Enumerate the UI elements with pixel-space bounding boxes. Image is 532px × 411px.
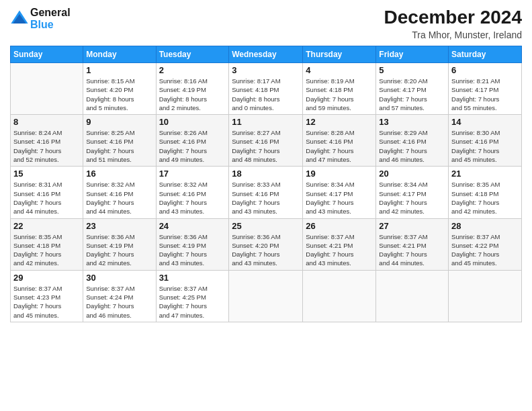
calendar-cell: 1Sunrise: 8:15 AM Sunset: 4:20 PM Daylig… [83,63,156,115]
logo: General Blue [10,7,71,31]
calendar-cell: 27Sunrise: 8:37 AM Sunset: 4:21 PM Dayli… [376,218,449,270]
day-number: 12 [306,117,373,127]
calendar-cell: 31Sunrise: 8:37 AM Sunset: 4:25 PM Dayli… [156,270,229,322]
header-cell-thursday: Thursday [303,46,376,63]
day-number: 19 [306,169,373,179]
day-number: 26 [306,221,373,231]
week-row-2: 8Sunrise: 8:24 AM Sunset: 4:16 PM Daylig… [11,115,522,167]
day-number: 18 [232,169,300,179]
day-number: 23 [86,221,152,231]
day-info: Sunrise: 8:21 AM Sunset: 4:17 PM Dayligh… [451,77,519,112]
calendar-cell: 13Sunrise: 8:29 AM Sunset: 4:16 PM Dayli… [376,115,449,167]
logo-text: General Blue [30,7,71,31]
day-info: Sunrise: 8:37 AM Sunset: 4:23 PM Dayligh… [13,284,80,320]
day-info: Sunrise: 8:20 AM Sunset: 4:17 PM Dayligh… [379,77,445,112]
subtitle: Tra Mhor, Munster, Ireland [384,30,522,40]
day-info: Sunrise: 8:37 AM Sunset: 4:24 PM Dayligh… [86,284,152,320]
calendar-cell: 11Sunrise: 8:27 AM Sunset: 4:16 PM Dayli… [229,115,303,167]
header-cell-saturday: Saturday [449,46,522,63]
day-info: Sunrise: 8:37 AM Sunset: 4:21 PM Dayligh… [306,232,373,268]
title-block: December 2024 Tra Mhor, Munster, Ireland [384,7,522,40]
calendar-cell [376,270,449,322]
day-info: Sunrise: 8:35 AM Sunset: 4:18 PM Dayligh… [13,232,80,268]
week-row-1: 1Sunrise: 8:15 AM Sunset: 4:20 PM Daylig… [11,63,522,115]
calendar-cell [449,270,522,322]
day-info: Sunrise: 8:36 AM Sunset: 4:20 PM Dayligh… [232,232,300,268]
calendar-cell: 30Sunrise: 8:37 AM Sunset: 4:24 PM Dayli… [83,270,156,322]
week-row-4: 22Sunrise: 8:35 AM Sunset: 4:18 PM Dayli… [11,218,522,270]
calendar-cell: 17Sunrise: 8:32 AM Sunset: 4:16 PM Dayli… [156,167,229,218]
day-info: Sunrise: 8:34 AM Sunset: 4:17 PM Dayligh… [379,180,445,216]
page-container: General Blue December 2024 Tra Mhor, Mun… [0,0,532,329]
calendar-cell: 2Sunrise: 8:16 AM Sunset: 4:19 PM Daylig… [156,63,229,115]
calendar-cell [11,63,83,115]
day-info: Sunrise: 8:16 AM Sunset: 4:19 PM Dayligh… [159,77,226,112]
day-info: Sunrise: 8:36 AM Sunset: 4:19 PM Dayligh… [159,232,226,268]
day-info: Sunrise: 8:24 AM Sunset: 4:16 PM Dayligh… [13,128,80,164]
header-cell-sunday: Sunday [11,46,83,63]
day-info: Sunrise: 8:15 AM Sunset: 4:20 PM Dayligh… [86,77,152,112]
calendar-cell [229,270,303,322]
day-info: Sunrise: 8:35 AM Sunset: 4:18 PM Dayligh… [451,180,519,216]
calendar-cell: 4Sunrise: 8:19 AM Sunset: 4:18 PM Daylig… [303,63,376,115]
day-number: 25 [232,221,300,231]
calendar-cell: 18Sunrise: 8:33 AM Sunset: 4:16 PM Dayli… [229,167,303,218]
day-info: Sunrise: 8:29 AM Sunset: 4:16 PM Dayligh… [379,128,445,164]
header-cell-tuesday: Tuesday [156,46,229,63]
day-number: 14 [451,117,519,127]
day-info: Sunrise: 8:34 AM Sunset: 4:17 PM Dayligh… [306,180,373,216]
calendar-cell: 9Sunrise: 8:25 AM Sunset: 4:16 PM Daylig… [83,115,156,167]
day-info: Sunrise: 8:31 AM Sunset: 4:16 PM Dayligh… [13,180,80,216]
calendar-cell: 26Sunrise: 8:37 AM Sunset: 4:21 PM Dayli… [303,218,376,270]
calendar-cell: 21Sunrise: 8:35 AM Sunset: 4:18 PM Dayli… [449,167,522,218]
calendar-cell: 24Sunrise: 8:36 AM Sunset: 4:19 PM Dayli… [156,218,229,270]
day-number: 5 [379,65,445,75]
calendar-cell: 6Sunrise: 8:21 AM Sunset: 4:17 PM Daylig… [449,63,522,115]
day-number: 24 [159,221,226,231]
day-number: 2 [159,65,226,75]
calendar-cell: 12Sunrise: 8:28 AM Sunset: 4:16 PM Dayli… [303,115,376,167]
day-info: Sunrise: 8:32 AM Sunset: 4:16 PM Dayligh… [86,180,152,216]
header: General Blue December 2024 Tra Mhor, Mun… [10,7,522,40]
calendar-cell: 5Sunrise: 8:20 AM Sunset: 4:17 PM Daylig… [376,63,449,115]
day-number: 10 [159,117,226,127]
calendar-cell: 3Sunrise: 8:17 AM Sunset: 4:18 PM Daylig… [229,63,303,115]
day-info: Sunrise: 8:19 AM Sunset: 4:18 PM Dayligh… [306,77,373,112]
day-number: 22 [13,221,80,231]
calendar-cell: 19Sunrise: 8:34 AM Sunset: 4:17 PM Dayli… [303,167,376,218]
day-number: 4 [306,65,373,75]
day-number: 11 [232,117,300,127]
header-cell-monday: Monday [83,46,156,63]
calendar-cell: 29Sunrise: 8:37 AM Sunset: 4:23 PM Dayli… [11,270,83,322]
calendar-cell: 23Sunrise: 8:36 AM Sunset: 4:19 PM Dayli… [83,218,156,270]
calendar-cell: 15Sunrise: 8:31 AM Sunset: 4:16 PM Dayli… [11,167,83,218]
day-number: 30 [86,273,152,283]
day-number: 31 [159,273,226,283]
calendar-header: SundayMondayTuesdayWednesdayThursdayFrid… [11,46,522,63]
calendar-table: SundayMondayTuesdayWednesdayThursdayFrid… [10,46,522,322]
day-info: Sunrise: 8:33 AM Sunset: 4:16 PM Dayligh… [232,180,300,216]
day-info: Sunrise: 8:37 AM Sunset: 4:21 PM Dayligh… [379,232,445,268]
day-number: 20 [379,169,445,179]
day-number: 28 [451,221,519,231]
calendar-cell: 16Sunrise: 8:32 AM Sunset: 4:16 PM Dayli… [83,167,156,218]
header-cell-friday: Friday [376,46,449,63]
day-number: 3 [232,65,300,75]
main-title: December 2024 [384,7,522,28]
logo-icon [10,9,29,28]
day-info: Sunrise: 8:32 AM Sunset: 4:16 PM Dayligh… [159,180,226,216]
day-info: Sunrise: 8:30 AM Sunset: 4:16 PM Dayligh… [451,128,519,164]
day-number: 27 [379,221,445,231]
calendar-body: 1Sunrise: 8:15 AM Sunset: 4:20 PM Daylig… [11,63,522,322]
calendar-cell: 8Sunrise: 8:24 AM Sunset: 4:16 PM Daylig… [11,115,83,167]
day-number: 21 [451,169,519,179]
calendar-cell: 10Sunrise: 8:26 AM Sunset: 4:16 PM Dayli… [156,115,229,167]
day-info: Sunrise: 8:28 AM Sunset: 4:16 PM Dayligh… [306,128,373,164]
week-row-5: 29Sunrise: 8:37 AM Sunset: 4:23 PM Dayli… [11,270,522,322]
calendar-cell: 14Sunrise: 8:30 AM Sunset: 4:16 PM Dayli… [449,115,522,167]
week-row-3: 15Sunrise: 8:31 AM Sunset: 4:16 PM Dayli… [11,167,522,218]
day-number: 29 [13,273,80,283]
calendar-cell: 20Sunrise: 8:34 AM Sunset: 4:17 PM Dayli… [376,167,449,218]
calendar-cell [303,270,376,322]
day-number: 15 [13,169,80,179]
